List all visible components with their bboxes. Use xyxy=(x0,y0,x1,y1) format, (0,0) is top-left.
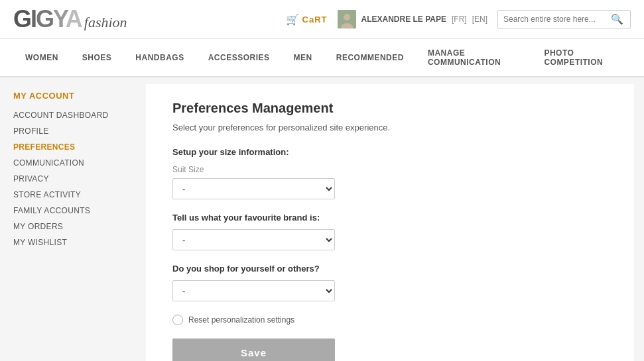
shop-group: - Myself Others Both xyxy=(172,280,608,301)
cart-icon: 🛒 xyxy=(286,13,299,26)
section-setup-heading: Setup your size information: xyxy=(172,147,608,157)
sidebar-item-store-activity[interactable]: STORE ACTIVITY xyxy=(13,187,133,203)
brand-question: Tell us what your favourite brand is: xyxy=(172,213,608,223)
nav-item-recommended[interactable]: RECOMMENDED xyxy=(324,44,416,73)
user-area: ALEXANDRE LE PAPE [FR] [EN] xyxy=(338,10,487,28)
reset-label[interactable]: Reset personalization settings xyxy=(188,315,294,325)
sidebar-item-privacy[interactable]: PRIVACY xyxy=(13,171,133,187)
brand-group: - Gucci Prada Armani Versace xyxy=(172,229,608,250)
svg-point-1 xyxy=(344,14,350,21)
sidebar-item-preferences[interactable]: PREFERENCES xyxy=(13,139,133,155)
top-bar: GIGYA fashion 🛒 CaRT ALEXANDRE LE PAPE [… xyxy=(0,0,644,39)
shop-question: Do you shop for yourself or others? xyxy=(172,264,608,274)
sidebar-item-account-dashboard[interactable]: ACCOUNT DASHBOARD xyxy=(13,107,133,123)
nav-item-shoes[interactable]: SHOES xyxy=(70,44,124,73)
reset-row: Reset personalization settings xyxy=(172,315,608,325)
suit-size-group: Suit Size - XS S M L XL XXL xyxy=(172,165,608,199)
content-area: Preferences Management Select your prefe… xyxy=(146,84,634,361)
user-name: ALEXANDRE LE PAPE xyxy=(361,15,446,24)
sidebar-item-profile[interactable]: PROFILE xyxy=(13,123,133,139)
nav-item-manage-communication[interactable]: MANAGE COMMUNICATION xyxy=(416,39,532,77)
search-button[interactable]: 🔍 xyxy=(610,13,625,25)
search-input[interactable] xyxy=(503,15,610,24)
sidebar-heading: MY ACCOUNT xyxy=(13,91,133,101)
avatar xyxy=(338,10,356,28)
reset-checkbox[interactable] xyxy=(172,315,183,325)
page-title: Preferences Management xyxy=(172,101,608,116)
sidebar: MY ACCOUNT ACCOUNT DASHBOARD PROFILE PRE… xyxy=(0,77,146,361)
logo-fashion: fashion xyxy=(84,14,127,31)
nav-bar: WOMEN SHOES HANDBAGS ACCESSORIES MEN REC… xyxy=(0,39,644,77)
logo: GIGYA fashion xyxy=(13,5,127,33)
sidebar-item-my-wishlist[interactable]: MY WISHLIST xyxy=(13,234,133,250)
cart-area[interactable]: 🛒 CaRT xyxy=(286,13,328,26)
nav-item-handbags[interactable]: HANDBAGS xyxy=(123,44,196,73)
nav-item-accessories[interactable]: ACCESSORIES xyxy=(196,44,282,73)
page-subtitle: Select your preferences for personalized… xyxy=(172,123,608,132)
suit-size-label: Suit Size xyxy=(172,165,608,174)
cart-label: CaRT xyxy=(302,15,328,25)
lang-en[interactable]: [EN] xyxy=(472,15,487,24)
nav-item-photo-competition[interactable]: PHOTO COMPETITION xyxy=(532,39,631,77)
sidebar-item-communication[interactable]: COMMUNICATION xyxy=(13,155,133,171)
nav-item-men[interactable]: MEN xyxy=(282,44,324,73)
lang-fr[interactable]: [FR] xyxy=(452,15,467,24)
main-layout: MY ACCOUNT ACCOUNT DASHBOARD PROFILE PRE… xyxy=(0,77,644,361)
top-right-area: 🛒 CaRT ALEXANDRE LE PAPE [FR] [EN] 🔍 xyxy=(286,10,631,28)
sidebar-item-my-orders[interactable]: MY ORDERS xyxy=(13,219,133,234)
suit-size-select[interactable]: - XS S M L XL XXL xyxy=(172,178,335,199)
nav-item-women[interactable]: WOMEN xyxy=(13,44,70,73)
brand-select[interactable]: - Gucci Prada Armani Versace xyxy=(172,229,335,250)
save-button[interactable]: Save xyxy=(172,338,335,361)
search-area: 🔍 xyxy=(497,10,631,28)
shop-select[interactable]: - Myself Others Both xyxy=(172,280,335,301)
logo-gigya: GIGYA xyxy=(13,5,82,33)
sidebar-item-family-accounts[interactable]: FAMILY ACCOUNTS xyxy=(13,203,133,219)
